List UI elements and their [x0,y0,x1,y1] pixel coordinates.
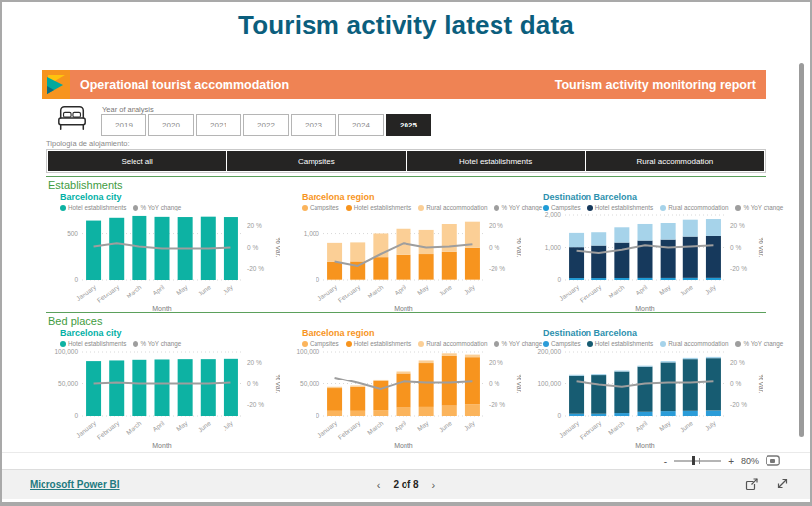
next-page-button[interactable]: › [432,479,436,491]
svg-text:% Var.: % Var. [516,374,521,393]
share-icon[interactable] [745,478,758,491]
section-establishments: Establishments Barcelona city Hotel esta… [46,176,766,317]
year-button-2021[interactable]: 2021 [196,114,241,136]
chart-canvas[interactable]: 0500-20 %0 %20 %JanuaryFebruaryMarchApri… [46,211,280,313]
legend-item[interactable]: Rural accommodation [660,204,728,211]
legend-item[interactable]: Rural accommodation [660,340,728,347]
legend-dot-icon [735,205,741,211]
chart-plot-area[interactable]: 050,000100,000-20 %0 %20 %JanuaryFebruar… [46,347,280,454]
svg-text:200,000: 200,000 [538,348,562,355]
legend-dot-icon [346,341,352,347]
year-button-2023[interactable]: 2023 [291,114,336,136]
legend-item[interactable]: Campsites [302,340,339,347]
svg-text:% Var.: % Var. [758,374,763,393]
svg-text:500: 500 [67,230,78,237]
legend-item[interactable]: Campsites [302,204,339,211]
chart-bed-places-destination-barcelona[interactable]: Destination Barcelona CampsitesHotel est… [529,328,763,454]
legend-item[interactable]: % YoY change [133,340,181,347]
zoom-slider[interactable] [674,460,721,462]
legend-item[interactable]: Hotel establishments [60,340,126,347]
svg-text:20 %: 20 % [247,222,262,229]
svg-text:April: April [634,419,650,434]
chart-canvas[interactable]: 01,0002,000-20 %0 %20 %JanuaryFebruaryMa… [529,211,763,313]
microsoft-powerbi-link[interactable]: Microsoft Power BI [30,479,120,490]
year-button-2024[interactable]: 2024 [338,114,384,136]
svg-text:February: February [579,419,604,442]
chart-canvas[interactable]: 050,000100,000-20 %0 %20 %JanuaryFebruar… [288,347,521,450]
zoom-slider-thumb[interactable] [692,456,695,465]
legend-dot-icon [587,341,593,347]
chart-plot-area[interactable]: 01,000-20 %0 %20 %JanuaryFebruaryMarchAp… [288,211,521,317]
legend-dot-icon [346,205,352,211]
chart-title: Barcelona region [302,192,521,202]
chart-canvas[interactable]: 0100,000200,000-20 %0 %20 %JanuaryFebrua… [529,347,763,450]
type-button-rural-accommodation[interactable]: Rural accommodation [586,151,764,171]
chart-establishments-barcelona-city[interactable]: Barcelona city Hotel establishments% YoY… [46,192,280,317]
legend-item[interactable]: Hotel establishments [60,204,126,211]
chart-establishments-barcelona-region[interactable]: Barcelona region CampsitesHotel establis… [288,192,521,317]
svg-text:June: June [196,283,212,296]
year-button-2019[interactable]: 2019 [101,114,146,136]
chart-legend: CampsitesHotel establishmentsRural accom… [302,340,521,347]
legend-item[interactable]: Hotel establishments [587,340,653,347]
svg-text:20 %: 20 % [730,222,745,229]
chart-plot-area[interactable]: 0500-20 %0 %20 %JanuaryFebruaryMarchApri… [46,211,280,317]
legend-item[interactable]: Rural accommodation [418,340,487,347]
chart-legend: Hotel establishments% YoY change [60,340,280,347]
legend-dot-icon [660,341,666,347]
svg-text:% Var.: % Var. [275,237,280,257]
zoom-out-button[interactable]: - [664,456,667,466]
fullscreen-icon[interactable] [775,478,788,491]
chart-bed-places-barcelona-region[interactable]: Barcelona region CampsitesHotel establis… [288,328,521,454]
year-slicer: 2019 2020 2021 2022 2023 2024 2025 [101,114,431,136]
year-button-2025-selected[interactable]: 2025 [386,114,431,136]
legend-item[interactable]: Campsites [543,340,581,347]
previous-page-button[interactable]: ‹ [377,479,381,491]
type-button-hotel-establishments[interactable]: Hotel establishments [407,151,585,171]
section-heading: Establishments [48,179,766,191]
legend-item[interactable]: % YoY change [735,340,783,347]
chart-plot-area[interactable]: 0100,000200,000-20 %0 %20 %JanuaryFebrua… [529,347,763,454]
chart-establishments-destination-barcelona[interactable]: Destination Barcelona CampsitesHotel est… [529,192,763,317]
legend-item[interactable]: % YoY change [133,204,181,211]
svg-text:January: January [75,419,99,440]
chart-legend: CampsitesHotel establishmentsRural accom… [543,204,763,211]
svg-text:June: June [678,283,694,296]
legend-label: Hotel establishments [354,204,411,211]
svg-text:-20 %: -20 % [489,401,505,408]
bed-places-charts-row: Barcelona city Hotel establishments% YoY… [46,328,766,454]
svg-text:0: 0 [557,412,561,419]
zoom-level-value: 80% [741,456,759,465]
legend-item[interactable]: Hotel establishments [346,204,411,211]
type-button-campsites[interactable]: Campsites [227,151,405,171]
accommodation-type-slicer: Select all Campsites Hotel establishment… [46,149,766,173]
legend-item[interactable]: Rural accommodation [418,204,487,211]
svg-text:June: June [437,419,453,433]
zoom-in-button[interactable]: + [728,456,734,466]
svg-text:100,000: 100,000 [55,348,79,355]
type-button-select-all[interactable]: Select all [48,151,226,171]
chart-canvas[interactable]: 01,000-20 %0 %20 %JanuaryFebruaryMarchAp… [288,211,521,313]
svg-text:20 %: 20 % [730,359,745,366]
legend-item[interactable]: Hotel establishments [346,340,411,347]
legend-label: Campsites [310,204,339,211]
legend-item[interactable]: Hotel establishments [587,204,653,211]
legend-label: Campsites [551,204,581,211]
bed-icon [53,103,91,138]
chart-plot-area[interactable]: 01,0002,000-20 %0 %20 %JanuaryFebruaryMa… [529,211,763,317]
year-button-2020[interactable]: 2020 [148,114,194,136]
svg-text:0 %: 0 % [247,380,258,387]
legend-dot-icon [543,341,549,347]
chart-plot-area[interactable]: 050,000100,000-20 %0 %20 %JanuaryFebruar… [288,347,521,454]
vertical-scrollbar[interactable] [799,63,804,437]
legend-label: Rural accommodation [426,204,487,211]
svg-text:March: March [607,283,626,299]
legend-item[interactable]: Campsites [543,204,581,211]
chart-canvas[interactable]: 050,000100,000-20 %0 %20 %JanuaryFebruar… [46,347,280,450]
svg-text:February: February [96,419,122,442]
year-button-2022[interactable]: 2022 [243,114,289,136]
legend-item[interactable]: % YoY change [735,204,783,211]
chart-bed-places-barcelona-city[interactable]: Barcelona city Hotel establishments% YoY… [46,328,280,454]
fit-to-page-icon[interactable] [766,455,780,466]
page-title: Tourism activity latest data [2,10,810,41]
